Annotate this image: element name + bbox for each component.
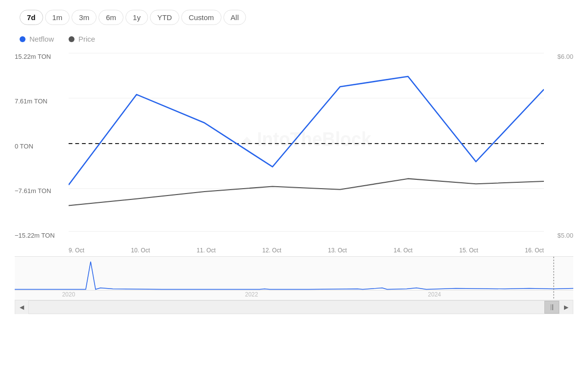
btn-3m[interactable]: 3m: [72, 10, 97, 25]
scroll-left-button[interactable]: ◀: [15, 300, 29, 314]
y-label-lower: −7.61m TON: [15, 187, 69, 195]
mini-chart-area: 2020 2022 2024: [15, 256, 573, 300]
y-axis-right: $6.00 $5.00: [546, 48, 573, 254]
y-right-top: $6.00: [546, 53, 573, 60]
main-chart-area: 15.22m TON 7.61m TON 0 TON −7.61m TON −1…: [15, 48, 573, 254]
y-label-zero: 0 TON: [15, 143, 69, 150]
scroll-thumb[interactable]: [544, 301, 559, 314]
svg-rect-6: [15, 257, 573, 300]
x-label-11oct: 11. Oct: [196, 247, 216, 254]
time-range-selector: 7d 1m 3m 6m 1y YTD Custom All: [20, 10, 573, 25]
legend-price: Price: [69, 35, 95, 43]
price-line: [69, 179, 544, 206]
svg-text:⬥ IntoTheBlock: ⬥ IntoTheBlock: [241, 128, 371, 150]
x-label-16oct: 16. Oct: [525, 247, 544, 254]
btn-all[interactable]: All: [223, 10, 246, 25]
mini-chart-svg: [15, 257, 573, 300]
grip-line-2: [552, 304, 553, 310]
x-label-10oct: 10. Oct: [131, 247, 150, 254]
chart-svg-container: ⬥ IntoTheBlock: [69, 48, 544, 239]
scrollbar[interactable]: ◀ ▶: [15, 300, 573, 314]
price-dot: [69, 36, 74, 42]
y-axis-left: 15.22m TON 7.61m TON 0 TON −7.61m TON −1…: [15, 48, 69, 254]
chart-legend: Netflow Price: [20, 35, 573, 43]
price-label: Price: [78, 35, 95, 43]
btn-7d[interactable]: 7d: [20, 10, 43, 25]
y-label-upper: 7.61m TON: [15, 98, 69, 105]
main-container: 7d 1m 3m 6m 1y YTD Custom All Netflow Pr…: [0, 0, 588, 392]
x-label-14oct: 14. Oct: [393, 247, 413, 254]
scroll-right-button[interactable]: ▶: [559, 300, 573, 314]
grip-line-1: [551, 304, 552, 310]
btn-custom[interactable]: Custom: [181, 10, 221, 25]
legend-netflow: Netflow: [20, 35, 54, 43]
chart-svg: ⬥ IntoTheBlock: [69, 48, 544, 239]
y-label-top: 15.22m TON: [15, 53, 69, 60]
x-label-15oct: 15. Oct: [459, 247, 478, 254]
x-label-13oct: 13. Oct: [328, 247, 347, 254]
scroll-track[interactable]: [29, 301, 559, 314]
x-label-9oct: 9. Oct: [69, 247, 84, 254]
netflow-dot: [20, 36, 25, 42]
btn-6m[interactable]: 6m: [98, 10, 123, 25]
x-label-12oct: 12. Oct: [262, 247, 281, 254]
netflow-label: Netflow: [29, 35, 54, 43]
y-label-bottom: −15.22m TON: [15, 232, 69, 239]
x-axis: 9. Oct 10. Oct 11. Oct 12. Oct 13. Oct 1…: [69, 247, 544, 254]
scroll-thumb-grip: [551, 304, 553, 310]
y-right-bottom: $5.00: [546, 232, 573, 239]
btn-1y[interactable]: 1y: [125, 10, 148, 25]
btn-ytd[interactable]: YTD: [150, 10, 179, 25]
btn-1m[interactable]: 1m: [45, 10, 70, 25]
